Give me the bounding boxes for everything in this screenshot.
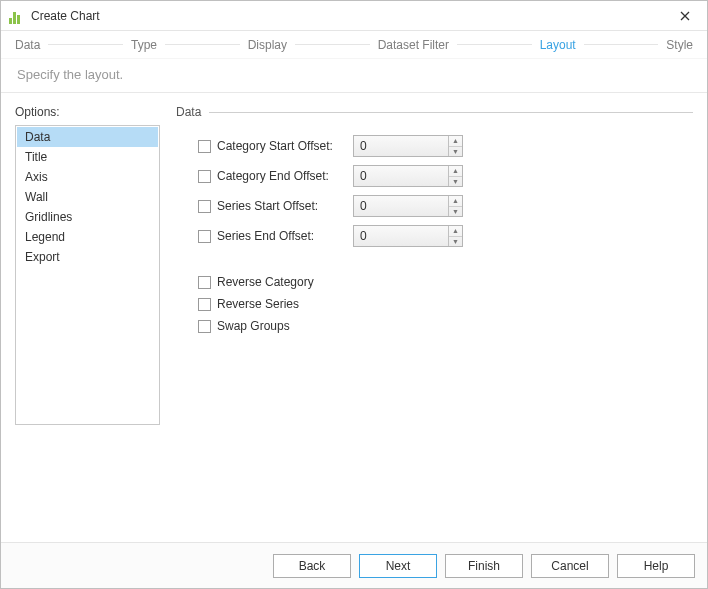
option-item-axis[interactable]: Axis <box>17 167 158 187</box>
step-data[interactable]: Data <box>15 38 40 52</box>
create-chart-dialog: Create Chart Data Type Display Dataset F… <box>0 0 708 589</box>
row-category-start-offset: Category Start Offset: 0 ▲ ▼ <box>198 131 693 161</box>
offset-fields: Category Start Offset: 0 ▲ ▼ Category En… <box>176 131 693 251</box>
step-layout[interactable]: Layout <box>540 38 576 52</box>
wizard-steps: Data Type Display Dataset Filter Layout … <box>1 31 707 59</box>
spin-up-icon[interactable]: ▲ <box>449 196 462 206</box>
spin-up-icon[interactable]: ▲ <box>449 136 462 146</box>
chk-series-end-offset[interactable] <box>198 230 211 243</box>
spin-down-icon[interactable]: ▼ <box>449 236 462 247</box>
step-subheading: Specify the layout. <box>1 59 707 93</box>
spin-category-end-offset[interactable]: 0 ▲ ▼ <box>353 165 463 187</box>
section-title: Data <box>176 105 201 119</box>
spin-series-start-offset[interactable]: 0 ▲ ▼ <box>353 195 463 217</box>
row-swap-groups: Swap Groups <box>198 315 693 337</box>
spin-down-icon[interactable]: ▼ <box>449 176 462 187</box>
dialog-body: Options: Data Title Axis Wall Gridlines … <box>1 93 707 542</box>
next-button[interactable]: Next <box>359 554 437 578</box>
lbl-category-end-offset: Category End Offset: <box>217 169 347 183</box>
titlebar: Create Chart <box>1 1 707 31</box>
spin-series-end-offset[interactable]: 0 ▲ ▼ <box>353 225 463 247</box>
dialog-footer: Back Next Finish Cancel Help <box>1 542 707 588</box>
spin-up-icon[interactable]: ▲ <box>449 166 462 176</box>
row-reverse-series: Reverse Series <box>198 293 693 315</box>
option-item-data[interactable]: Data <box>17 127 158 147</box>
chk-series-start-offset[interactable] <box>198 200 211 213</box>
window-title: Create Chart <box>31 9 669 23</box>
row-series-start-offset: Series Start Offset: 0 ▲ ▼ <box>198 191 693 221</box>
chk-reverse-category[interactable] <box>198 276 211 289</box>
lbl-reverse-category: Reverse Category <box>217 275 314 289</box>
step-display[interactable]: Display <box>248 38 287 52</box>
chk-category-start-offset[interactable] <box>198 140 211 153</box>
spin-category-start-offset[interactable]: 0 ▲ ▼ <box>353 135 463 157</box>
options-listbox[interactable]: Data Title Axis Wall Gridlines Legend Ex… <box>15 125 160 425</box>
help-button[interactable]: Help <box>617 554 695 578</box>
close-button[interactable] <box>669 4 701 28</box>
options-panel: Options: Data Title Axis Wall Gridlines … <box>15 105 160 542</box>
val-series-end-offset[interactable]: 0 <box>354 226 448 246</box>
step-dataset-filter[interactable]: Dataset Filter <box>378 38 449 52</box>
spin-down-icon[interactable]: ▼ <box>449 206 462 217</box>
options-label: Options: <box>15 105 160 119</box>
option-item-title[interactable]: Title <box>17 147 158 167</box>
val-category-start-offset[interactable]: 0 <box>354 136 448 156</box>
step-style[interactable]: Style <box>666 38 693 52</box>
finish-button[interactable]: Finish <box>445 554 523 578</box>
option-item-gridlines[interactable]: Gridlines <box>17 207 158 227</box>
row-series-end-offset: Series End Offset: 0 ▲ ▼ <box>198 221 693 251</box>
row-reverse-category: Reverse Category <box>198 271 693 293</box>
spin-up-icon[interactable]: ▲ <box>449 226 462 236</box>
section-header: Data <box>176 105 693 119</box>
row-category-end-offset: Category End Offset: 0 ▲ ▼ <box>198 161 693 191</box>
cancel-button[interactable]: Cancel <box>531 554 609 578</box>
lbl-series-start-offset: Series Start Offset: <box>217 199 347 213</box>
spin-down-icon[interactable]: ▼ <box>449 146 462 157</box>
toggle-fields: Reverse Category Reverse Series Swap Gro… <box>176 271 693 337</box>
back-button[interactable]: Back <box>273 554 351 578</box>
lbl-series-end-offset: Series End Offset: <box>217 229 347 243</box>
lbl-swap-groups: Swap Groups <box>217 319 290 333</box>
val-category-end-offset[interactable]: 0 <box>354 166 448 186</box>
lbl-reverse-series: Reverse Series <box>217 297 299 311</box>
option-item-wall[interactable]: Wall <box>17 187 158 207</box>
lbl-category-start-offset: Category Start Offset: <box>217 139 347 153</box>
val-series-start-offset[interactable]: 0 <box>354 196 448 216</box>
data-section: Data Category Start Offset: 0 ▲ ▼ <box>160 105 693 542</box>
option-item-export[interactable]: Export <box>17 247 158 267</box>
option-item-legend[interactable]: Legend <box>17 227 158 247</box>
chk-reverse-series[interactable] <box>198 298 211 311</box>
step-type[interactable]: Type <box>131 38 157 52</box>
chart-app-icon <box>9 8 25 24</box>
chk-category-end-offset[interactable] <box>198 170 211 183</box>
chk-swap-groups[interactable] <box>198 320 211 333</box>
